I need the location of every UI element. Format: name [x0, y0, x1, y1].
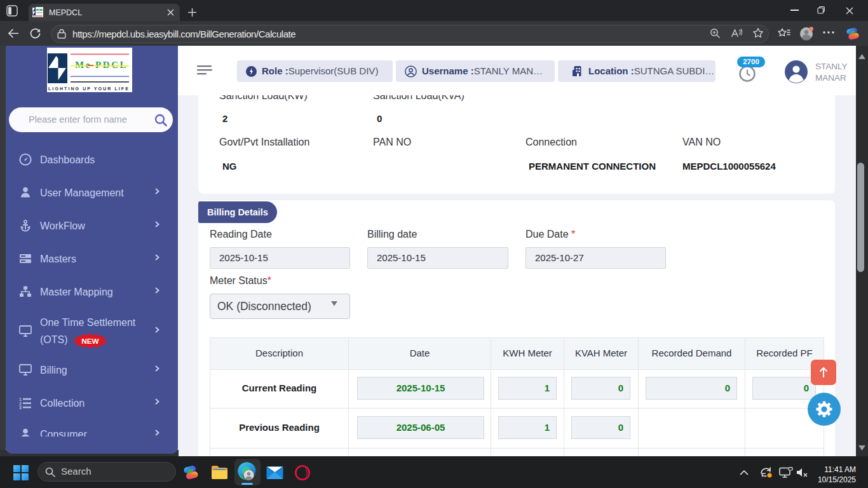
svg-text:3: 3: [19, 405, 22, 409]
svg-text:Me PDCL: Me PDCL: [75, 60, 126, 70]
svg-text:1: 1: [19, 397, 22, 402]
svg-text:LIGHTING UP YOUR LIFE: LIGHTING UP YOUR LIFE: [48, 86, 129, 91]
svg-text:NEW: NEW: [81, 337, 99, 345]
